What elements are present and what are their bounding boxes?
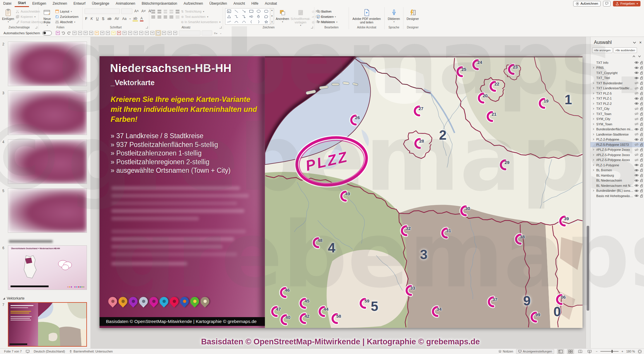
plz-marker-23[interactable]: 23 xyxy=(506,63,517,76)
menu-tab-aufzeichnen[interactable]: Aufzeichnen xyxy=(180,0,206,7)
plz-zone-number-4[interactable]: 4 xyxy=(328,240,335,256)
plz-marker-48[interactable]: 48 xyxy=(310,236,322,249)
visibility-eye-icon[interactable] xyxy=(634,102,639,105)
display-settings-button[interactable]: Anzeigeeinstellungen xyxy=(516,349,554,354)
fill-color-icon[interactable] xyxy=(94,30,99,35)
smartart-button[interactable]: ⧉ In SmartArt konvertieren▾ xyxy=(181,20,220,24)
slide-thumbnail-7[interactable] xyxy=(8,302,87,347)
unlock-icon[interactable] xyxy=(639,127,644,131)
unlock-icon[interactable] xyxy=(639,117,644,121)
visibility-eye-icon[interactable] xyxy=(634,128,639,131)
item-chevron-icon[interactable] xyxy=(592,107,596,110)
change-case-button[interactable]: Aa xyxy=(122,17,127,21)
map-pin-icon[interactable] xyxy=(137,295,150,307)
selection-item[interactable]: TXT PLZ-5 xyxy=(590,91,644,96)
map-graphic[interactable]: 1234590 19202122232425262728293031323334… xyxy=(265,56,583,328)
unlock-icon[interactable] xyxy=(639,86,644,90)
selection-item[interactable]: TXT_City xyxy=(590,106,644,112)
copy-icon[interactable] xyxy=(78,30,83,35)
plz-marker-25[interactable]: 25 xyxy=(454,65,466,78)
selection-item[interactable]: PLZ-2-Polygone xyxy=(590,137,644,142)
slide-thumbnail-3[interactable] xyxy=(8,90,87,135)
selection-item[interactable]: TXT_Copyright xyxy=(590,70,644,76)
item-chevron-icon[interactable] xyxy=(592,164,596,166)
plz-marker-29[interactable]: 29 xyxy=(497,158,509,171)
plz-marker-06[interactable]: 06 xyxy=(554,293,565,306)
map-pin-icon[interactable] xyxy=(168,295,180,307)
item-chevron-icon[interactable] xyxy=(592,97,596,100)
save-icon[interactable] xyxy=(55,30,60,35)
selection-item[interactable]: Landkreise-Stadtkreise xyxy=(590,132,644,137)
canvas-scrollbar[interactable] xyxy=(586,37,590,348)
item-chevron-icon[interactable] xyxy=(592,123,596,125)
strikethrough-button[interactable]: ab xyxy=(107,17,112,21)
selection-item[interactable]: BL Bremen xyxy=(590,168,644,173)
plz-marker-19[interactable]: 19 xyxy=(536,97,548,110)
menu-tab-entwurf[interactable]: Entwurf xyxy=(70,0,89,7)
plz-marker-20[interactable]: 20 xyxy=(475,92,487,105)
unlock-icon[interactable] xyxy=(639,168,644,172)
slideshow-view-button[interactable] xyxy=(586,349,593,354)
fit-to-window-icon[interactable] xyxy=(638,350,642,353)
shape-gallery[interactable]: A ▲▼⊽ xyxy=(225,8,274,25)
visibility-eye-slash-icon[interactable] xyxy=(634,133,639,136)
visibility-eye-icon[interactable] xyxy=(634,71,639,74)
selection-item[interactable]: TXT PLZ-1 xyxy=(590,96,644,101)
line-spacing-icon[interactable] xyxy=(176,10,179,13)
map-pin-icon[interactable] xyxy=(127,295,139,307)
slide-canvas[interactable]: Niedersachsen-HB-HH _Vektorkarte Kreiere… xyxy=(91,37,590,348)
font-color-icon[interactable] xyxy=(117,30,121,35)
redo-icon[interactable] xyxy=(66,30,71,35)
section-button[interactable]: Abschnitt▾ xyxy=(55,20,78,24)
unlock-icon[interactable] xyxy=(639,158,644,162)
font-size-select[interactable] xyxy=(121,8,132,14)
indent-increase-icon[interactable] xyxy=(169,10,173,13)
unlock-icon[interactable] xyxy=(639,61,644,64)
visibility-eye-icon[interactable] xyxy=(634,184,639,187)
zoom-slider[interactable] xyxy=(600,351,619,352)
selection-item[interactable]: TXT Info xyxy=(590,60,644,65)
align-left-icon[interactable] xyxy=(151,16,155,19)
plz-marker-44[interactable]: 44 xyxy=(316,305,328,318)
move-up-icon[interactable] xyxy=(632,55,636,58)
justify-icon[interactable] xyxy=(169,16,173,19)
zoom-level[interactable]: 180 % xyxy=(626,350,635,353)
unlock-icon[interactable] xyxy=(639,148,644,151)
unlock-icon[interactable] xyxy=(639,71,644,75)
clipboard-dialog-launcher[interactable] xyxy=(35,26,37,28)
share-button[interactable]: Freigeben ▾ xyxy=(613,1,640,6)
unlock-icon[interactable] xyxy=(639,163,644,167)
selection-item[interactable]: SYM_Town xyxy=(590,122,644,127)
menu-tab-hilfe[interactable]: Hilfe xyxy=(248,0,262,7)
qat-line-spacing-icon[interactable]: ≡▾ xyxy=(214,31,217,35)
item-chevron-icon[interactable] xyxy=(592,133,596,136)
visibility-eye-slash-icon[interactable] xyxy=(634,112,639,115)
find-button[interactable]: Suchen xyxy=(316,9,338,14)
plz-marker-30[interactable]: 30 xyxy=(458,204,470,217)
unlock-icon[interactable] xyxy=(639,138,644,141)
pin-legend-row[interactable] xyxy=(108,296,225,313)
send-backward-icon[interactable] xyxy=(167,30,172,35)
item-chevron-icon[interactable] xyxy=(592,159,596,161)
plz-marker-58[interactable]: 58 xyxy=(329,312,341,325)
slide-title[interactable]: Niedersachsen-HB-HH xyxy=(110,62,232,75)
plz-marker-32[interactable]: 32 xyxy=(398,224,410,237)
item-chevron-icon[interactable] xyxy=(592,189,596,192)
zoom-out-button[interactable]: − xyxy=(596,350,597,353)
columns-icon[interactable] xyxy=(176,16,179,19)
slide[interactable]: Niedersachsen-HB-HH _Vektorkarte Kreiere… xyxy=(100,56,583,328)
align-center-icon[interactable] xyxy=(157,16,161,19)
selection-item[interactable]: BL Niedersachsen mit Nord… xyxy=(590,183,644,188)
visibility-eye-slash-icon[interactable] xyxy=(634,158,639,162)
selection-item[interactable]: TXT_Titel xyxy=(590,76,644,81)
menu-tab-überprüfen[interactable]: Überprüfen xyxy=(206,0,230,7)
paste-icon[interactable] xyxy=(72,30,77,35)
plz-marker-49[interactable]: 49 xyxy=(338,190,350,203)
new-slide-button[interactable]: Neue Folie ▾ xyxy=(41,8,54,27)
plz-marker-45[interactable]: 45 xyxy=(297,297,309,310)
zoom-icon[interactable] xyxy=(133,30,138,35)
unlock-icon[interactable] xyxy=(639,81,644,85)
unlock-icon[interactable] xyxy=(639,112,644,116)
section-header-vektorkarte[interactable]: Vektorkarte xyxy=(3,296,25,300)
reset-button[interactable]: Zurücksetzen xyxy=(55,14,78,19)
